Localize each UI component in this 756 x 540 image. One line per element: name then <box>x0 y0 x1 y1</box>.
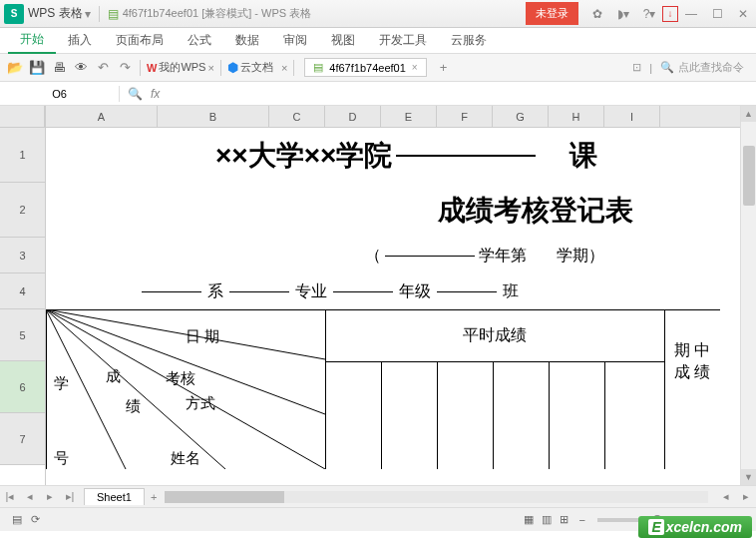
minimize-button[interactable]: — <box>678 4 704 24</box>
col-header[interactable]: A <box>46 106 158 127</box>
col-header[interactable]: F <box>437 106 493 127</box>
toolbar: 📂 💾 🖶 👁 ↶ ↷ W我的WPS× ⬢云文档× ▤ 4f67f1b74eef… <box>0 54 756 82</box>
row-header-active[interactable]: 6 <box>0 361 45 413</box>
update-icon[interactable]: ↓ <box>662 6 678 22</box>
ribbon-toggle-icon[interactable]: ⊡ <box>632 61 641 74</box>
mywps-link[interactable]: W我的WPS× <box>147 60 214 75</box>
scroll-down-icon[interactable]: ▼ <box>741 469 756 485</box>
col-header[interactable]: C <box>269 106 325 127</box>
menu-bar: 开始 插入 页面布局 公式 数据 审阅 视图 开发工具 云服务 <box>0 28 756 54</box>
skin-icon[interactable]: ◗▾ <box>610 4 636 24</box>
menu-dev[interactable]: 开发工具 <box>367 28 439 53</box>
menu-data[interactable]: 数据 <box>223 28 271 53</box>
dept-cell: 系专业年级班 <box>46 273 756 309</box>
app-name: WPS 表格 <box>28 5 83 22</box>
search-placeholder[interactable]: 点此查找命令 <box>678 60 744 75</box>
settings-icon[interactable]: ✿ <box>584 4 610 24</box>
row-header[interactable]: 2 <box>0 183 45 238</box>
file-tab[interactable]: ▤ 4f67f1b74eef01 × <box>304 58 426 77</box>
sheet-first-icon[interactable]: |◂ <box>0 490 20 503</box>
menu-layout[interactable]: 页面布局 <box>104 28 176 53</box>
scroll-thumb[interactable] <box>743 146 755 206</box>
add-sheet-icon[interactable]: + <box>151 491 157 503</box>
doc-icon: ▤ <box>108 7 119 21</box>
watermark: Excelcn.com <box>638 516 752 538</box>
col-header[interactable]: E <box>381 106 437 127</box>
header-qizhong: 期 中 成 绩 <box>664 309 720 413</box>
status-sync-icon[interactable]: ⟳ <box>26 513 44 526</box>
login-button[interactable]: 未登录 <box>526 2 578 25</box>
close-button[interactable]: ✕ <box>730 4 756 24</box>
horizontal-scrollbar[interactable] <box>165 491 708 503</box>
col-header[interactable]: D <box>325 106 381 127</box>
name-box[interactable]: O6 <box>0 86 120 102</box>
open-icon[interactable]: 📂 <box>6 59 24 77</box>
vertical-scrollbar[interactable]: ▲ ▼ <box>740 106 756 485</box>
score-table: 日 期 考核 方式 成 绩 学 号 姓名 平时成绩 期 中 成 绩 <box>46 309 720 469</box>
app-logo: S <box>4 4 24 24</box>
col-header[interactable]: G <box>493 106 549 127</box>
print-icon[interactable]: 🖶 <box>50 59 68 77</box>
menu-review[interactable]: 审阅 <box>271 28 319 53</box>
redo-icon[interactable]: ↷ <box>116 59 134 77</box>
preview-icon[interactable]: 👁 <box>72 59 90 77</box>
header-pingshi: 平时成绩 <box>325 309 664 361</box>
doc-title: 4f67f1b74eef01 [兼容模式] - WPS 表格 <box>123 6 312 21</box>
row-header[interactable]: 1 <box>0 128 45 183</box>
row-header[interactable]: 3 <box>0 238 45 273</box>
add-tab-icon[interactable]: + <box>435 59 453 77</box>
fx-search-icon[interactable]: 🔍 <box>128 87 143 101</box>
grid-cells[interactable]: ××大学××学院课 成绩考核登记表 （学年第学期） 系专业年级班 <box>46 128 756 485</box>
maximize-button[interactable]: ☐ <box>704 4 730 24</box>
col-header[interactable]: H <box>549 106 604 127</box>
col-header[interactable]: B <box>158 106 269 127</box>
menu-view[interactable]: 视图 <box>319 28 367 53</box>
status-doc-icon[interactable]: ▤ <box>8 513 26 526</box>
hscroll-left-icon[interactable]: ◂ <box>716 490 736 503</box>
subtitle-cell: 成绩考核登记表 <box>46 183 756 238</box>
view-normal-icon[interactable]: ▦ <box>520 513 538 526</box>
row-header[interactable]: 7 <box>0 413 45 465</box>
row-header[interactable]: 4 <box>0 273 45 309</box>
help-icon[interactable]: ?▾ <box>636 4 662 24</box>
undo-icon[interactable]: ↶ <box>94 59 112 77</box>
search-icon[interactable]: 🔍 <box>660 61 674 74</box>
hscroll-right-icon[interactable]: ▸ <box>736 490 756 503</box>
menu-insert[interactable]: 插入 <box>56 28 104 53</box>
select-all-corner[interactable] <box>0 106 45 128</box>
sheet-tab[interactable]: Sheet1 <box>84 488 145 505</box>
sheet-last-icon[interactable]: ▸| <box>60 490 80 503</box>
col-header[interactable]: I <box>604 106 660 127</box>
view-page-icon[interactable]: ▥ <box>538 513 556 526</box>
sheet-next-icon[interactable]: ▸ <box>40 490 60 503</box>
menu-formula[interactable]: 公式 <box>176 28 223 53</box>
row-header[interactable]: 5 <box>0 309 45 361</box>
menu-start[interactable]: 开始 <box>8 27 56 54</box>
term-cell: （学年第学期） <box>46 238 756 273</box>
cloud-doc-link[interactable]: ⬢云文档× <box>227 60 287 75</box>
zoom-out-icon[interactable]: − <box>573 514 591 526</box>
scroll-up-icon[interactable]: ▲ <box>741 106 756 122</box>
view-break-icon[interactable]: ⊞ <box>556 513 573 526</box>
title-cell: ××大学××学院课 <box>46 128 756 183</box>
tab-close-icon[interactable]: × <box>412 62 418 73</box>
menu-cloud[interactable]: 云服务 <box>439 28 499 53</box>
sheet-prev-icon[interactable]: ◂ <box>20 490 40 503</box>
save-icon[interactable]: 💾 <box>28 59 46 77</box>
fx-label: fx <box>151 87 160 101</box>
